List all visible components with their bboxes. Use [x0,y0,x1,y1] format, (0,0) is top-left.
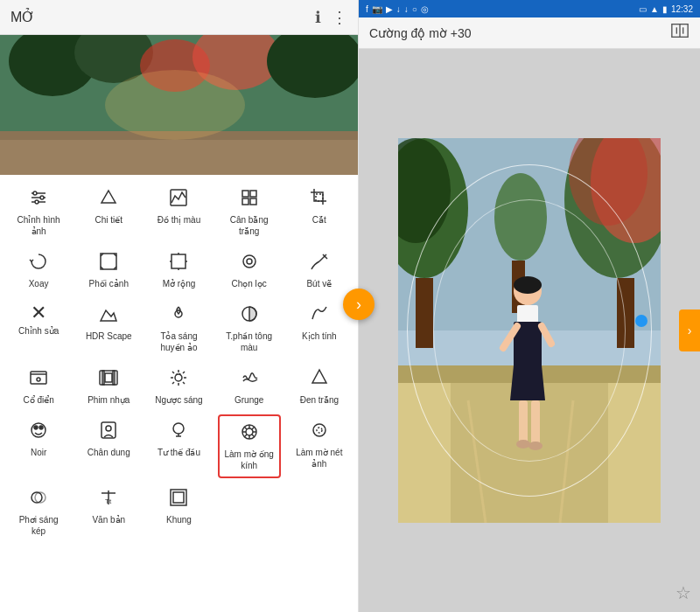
svg-rect-97 [608,383,661,523]
more-icon[interactable]: ⋮ [332,8,347,27]
tool-lam-mo-ong-kinh[interactable]: Làm mờ ốngkính [218,414,281,478]
svg-rect-85 [416,278,433,348]
tool-chon-loc[interactable]: Chọn lọc [218,246,281,295]
tool-label: Ngược sáng [155,394,202,406]
tool-noir[interactable]: Noir [7,414,70,478]
info-icon[interactable]: ℹ [315,8,321,27]
tool-hdr-scape[interactable]: HDR Scape [77,298,140,358]
tool-lam-mo-net-anh[interactable]: Làm mờ nétảnh [288,414,351,478]
tool-chinh-hinh-anh[interactable]: Chỉnh hìnhảnh [7,182,70,242]
blur-circle-inner [433,199,626,462]
tools-row-5: Noir Chân dung [4,414,354,478]
tool-label: Đồ thị màu [158,214,201,226]
tool-do-thi-mau[interactable]: Đồ thị màu [147,182,210,242]
tool-chinh-sua[interactable]: ✕ Chỉnh sửa [7,298,70,358]
tool-label: Bút vẽ [306,278,332,289]
tool-label: Phơi sángkép [19,514,59,537]
tool-phim-nhua[interactable]: Phim nhựa [77,362,140,411]
tool-label: Mở rộng [163,278,196,289]
tones-icon [239,303,260,328]
select-icon [239,251,260,275]
svg-rect-76 [173,492,184,503]
svg-rect-21 [316,194,323,201]
svg-point-47 [175,374,182,381]
svg-line-34 [319,254,326,261]
left-title: MỞ [10,9,35,25]
expand-icon [168,251,189,275]
tool-label: Tư thế đầu [158,447,200,458]
compare-icon[interactable] [670,21,690,45]
tool-label: Làm mờ ốngkính [224,449,273,471]
tool-mo-rong[interactable]: Mở rộng [147,246,210,295]
adjust-icon [28,187,49,212]
tool-toa-sang[interactable]: Tỏa sánghuyền ảo [147,298,210,358]
tool-label: Khung [166,514,192,525]
status-left-icons: f 📷 ▶ ↓ ↓ ○ ◎ [366,4,429,14]
star-bookmark-icon[interactable]: ☆ [676,582,691,603]
camera-status-icon: 📷 [372,4,382,14]
tool-t-phan-tong-mau[interactable]: T.phần tôngmàu [218,298,281,358]
tool-xoay[interactable]: Xoay [7,246,70,295]
fb-icon: f [366,4,368,14]
image-preview [0,35,358,175]
svg-rect-96 [398,383,451,523]
brush-icon [309,251,330,275]
svg-rect-45 [113,371,115,385]
svg-rect-20 [250,198,256,205]
svg-point-67 [313,424,326,436]
svg-point-33 [247,259,252,264]
tool-van-ban[interactable]: Tt Văn bản [77,482,140,542]
tool-label: Chỉnh sửa [18,325,59,337]
right-panel: f 📷 ▶ ↓ ↓ ○ ◎ ▭ ▲ ▮ 12:32 Cường độ mờ +3… [359,0,700,612]
svg-point-13 [40,196,44,199]
orange-fab[interactable]: › [343,289,374,320]
battery-icon: ▮ [662,4,668,14]
grunge-icon [239,367,260,392]
glow-icon [168,303,189,328]
tool-phoi-sang-kep[interactable]: Phơi sángkép [7,482,70,542]
tool-label: HDR Scape [86,330,132,342]
status-bar: f 📷 ▶ ↓ ↓ ○ ◎ ▭ ▲ ▮ 12:32 [359,0,700,17]
preview-svg [0,35,358,175]
tool-den-trang[interactable]: Đen trắng [288,362,351,411]
photo-container: › ☆ [359,49,700,612]
tool-khung[interactable]: Khung [147,482,210,542]
tool-label: Chân dung [88,447,130,458]
tool-label: Xoay [29,278,49,289]
tool-nguoc-sang[interactable]: Ngược sáng [147,362,210,411]
svg-rect-44 [102,371,104,385]
tool-can-bang-trang[interactable]: Cân bằngtrắng [218,182,281,242]
tool-label: Tỏa sánghuyền ảo [160,330,197,353]
tool-label: Grunge [234,394,263,406]
tool-label: Phối cảnh [89,278,129,289]
perspective-icon [98,251,119,275]
tool-cat[interactable]: Cắt [288,182,351,242]
tool-chan-dung[interactable]: Chân dung [77,414,140,478]
film-icon [98,367,119,392]
svg-point-32 [243,255,256,268]
svg-point-14 [35,200,38,204]
tool-label: Làm mờ nétảnh [296,447,342,469]
tool-label: Đen trắng [300,394,339,406]
youtube-icon: ▶ [386,4,393,14]
tool-phoi-canh[interactable]: Phối cảnh [77,246,140,295]
right-side-fab[interactable]: › [679,309,700,351]
triangle-icon [98,187,119,212]
svg-point-53 [106,426,111,431]
tool-co-dien[interactable]: Cổ điển [7,362,70,411]
tool-kich-tinh[interactable]: Kịch tính [288,298,351,358]
tool-but-ve[interactable]: Bút vẽ [288,246,351,295]
tool-chi-tiet[interactable]: Chi tiết [77,182,140,242]
right-header: Cường độ mờ +30 [359,17,700,49]
tool-tu-the-dau[interactable]: Tư thế đầu [147,414,210,478]
tool-grunge[interactable]: Grunge [218,362,281,411]
svg-point-54 [173,423,184,434]
svg-marker-48 [312,370,326,383]
rotate-icon [28,251,49,275]
tool-label: Chỉnh hìnhảnh [18,214,60,237]
svg-point-50 [34,426,38,429]
svg-rect-7 [0,140,358,175]
tools-row-2: Xoay Phối cảnh [4,246,354,295]
noir-icon [28,420,49,444]
svg-rect-17 [242,191,248,197]
